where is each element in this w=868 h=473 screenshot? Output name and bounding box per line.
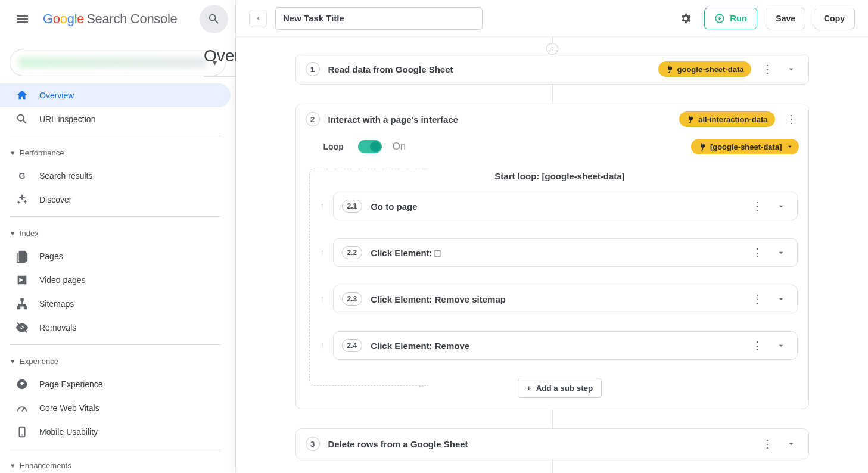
sub-step-card-2-3: ↑ 2.3 Click Element: Remove sitemap ⋮: [333, 285, 798, 313]
search-icon: [207, 13, 220, 26]
star-circle-icon: [15, 378, 29, 391]
output-tag[interactable]: google-sheet-data: [658, 61, 751, 77]
sidebar-item-video-pages[interactable]: Video pages: [0, 268, 231, 292]
sidebar-item-page-experience[interactable]: Page Experience: [0, 372, 231, 396]
step-menu-button[interactable]: ⋮: [760, 61, 775, 77]
back-button[interactable]: [249, 10, 267, 27]
gsc-nav: Overview URL inspection ▾ Performance G …: [0, 83, 235, 473]
expand-sub-step-button[interactable]: [773, 198, 789, 214]
copy-button[interactable]: Copy: [814, 8, 855, 29]
step-title: Read data from Google Sheet: [328, 64, 453, 74]
sidebar-item-label: Video pages: [39, 275, 86, 285]
chevron-down-icon: [776, 294, 786, 304]
step-card-2: 2 Interact with a page's interface all-i…: [295, 104, 809, 409]
plug-icon: [686, 115, 695, 123]
section-experience[interactable]: ▾ Experience: [0, 350, 231, 372]
hamburger-icon: [15, 12, 30, 26]
run-button[interactable]: Run: [704, 8, 757, 29]
step-menu-button[interactable]: ⋮: [760, 436, 775, 452]
property-selector[interactable]: ▾: [10, 49, 226, 76]
loop-toggle[interactable]: [358, 140, 382, 153]
sidebar-item-core-web-vitals[interactable]: Core Web Vitals: [0, 396, 231, 420]
sub-step-card-2-4: ↑ 2.4 Click Element: Remove ⋮: [333, 331, 798, 360]
sidebar-item-mobile-usability[interactable]: Mobile Usability: [0, 420, 231, 444]
search-icon: [15, 113, 29, 126]
gear-icon: [679, 12, 692, 25]
step-number: 3: [306, 437, 320, 451]
sidebar-item-label: Discover: [39, 195, 71, 204]
sub-step-number: 2.1: [342, 200, 363, 213]
hamburger-menu-button[interactable]: [10, 6, 36, 32]
section-enhancements[interactable]: ▾ Enhancements: [0, 454, 231, 473]
sub-step-menu-button[interactable]: ⋮: [749, 291, 765, 307]
sidebar-item-overview[interactable]: Overview: [0, 83, 231, 107]
video-pages-icon: [15, 273, 29, 287]
sidebar-item-label: Core Web Vitals: [39, 403, 99, 413]
move-up-button[interactable]: ↑: [321, 201, 325, 210]
sidebar-item-search-results[interactable]: G Search results: [0, 164, 231, 188]
sidebar-item-sitemaps[interactable]: Sitemaps: [0, 292, 231, 316]
sidebar-item-label: Overview: [39, 91, 74, 100]
chevron-down-icon: [786, 439, 796, 449]
output-tag[interactable]: all-interaction-data: [679, 111, 774, 127]
move-up-button[interactable]: ↑: [321, 294, 325, 303]
sub-step-title: Click Element: Remove: [371, 341, 469, 351]
expand-step-button[interactable]: [783, 61, 799, 77]
sub-step-number: 2.2: [342, 246, 363, 259]
sub-step-menu-button[interactable]: ⋮: [749, 198, 765, 214]
loop-source-dropdown[interactable]: [google-sheet-data]: [691, 139, 799, 154]
expand-sub-step-button[interactable]: [773, 338, 789, 353]
task-title-input[interactable]: [275, 7, 483, 30]
sitemap-icon: [15, 297, 29, 310]
mobile-icon: [15, 425, 29, 438]
sidebar-item-label: URL inspection: [39, 114, 95, 124]
sub-step-title: Click Element: Remove sitemap: [371, 294, 506, 304]
expand-sub-step-button[interactable]: [773, 245, 789, 260]
search-button[interactable]: [200, 5, 228, 33]
plug-icon: [698, 142, 707, 151]
sidebar-item-label: Search results: [39, 171, 92, 181]
gauge-icon: [15, 402, 29, 415]
step-menu-button[interactable]: ⋮: [783, 111, 799, 127]
sidebar-item-label: Removals: [39, 323, 76, 332]
expand-step-button[interactable]: [783, 436, 799, 452]
flow-body[interactable]: + 1 Read data from Google Sheet google-s…: [236, 37, 868, 473]
sidebar-item-discover[interactable]: Discover: [0, 188, 231, 211]
sidebar-item-removals[interactable]: Removals: [0, 316, 231, 340]
sidebar-item-label: Page Experience: [39, 379, 103, 389]
move-up-button[interactable]: ↑: [321, 247, 325, 257]
section-performance[interactable]: ▾ Performance: [0, 141, 231, 164]
expand-sub-step-button[interactable]: [773, 291, 789, 307]
sidebar-item-pages[interactable]: Pages: [0, 244, 231, 268]
flow-header: Run Save Copy: [236, 0, 868, 37]
move-up-button[interactable]: ↑: [321, 340, 325, 350]
settings-button[interactable]: [676, 8, 696, 29]
sub-step-card-2-2: ↑ 2.2 Click Element: ⎕ ⋮: [333, 238, 798, 267]
save-button[interactable]: Save: [766, 8, 805, 29]
section-index[interactable]: ▾ Index: [0, 222, 231, 244]
step-card-1: 1 Read data from Google Sheet google-she…: [295, 54, 809, 85]
chevron-left-icon: [254, 14, 262, 23]
sub-step-title: Click Element: ⎕: [371, 248, 440, 258]
divider: [204, 76, 241, 77]
sub-step-card-2-1: ↑ 2.1 Go to page ⋮: [333, 192, 798, 220]
sub-step-menu-button[interactable]: ⋮: [749, 338, 765, 353]
add-sub-step-button[interactable]: + Add a sub step: [518, 378, 602, 398]
loop-label: Loop: [323, 142, 347, 151]
property-name-blurred: [18, 57, 207, 68]
chevron-down-icon: [776, 248, 786, 257]
arrow-left-icon: ←: [418, 381, 426, 391]
loop-control-row: Loop On [google-sheet-data]: [296, 134, 808, 165]
sidebar-item-url-inspection[interactable]: URL inspection: [0, 107, 231, 131]
sub-step-menu-button[interactable]: ⋮: [749, 245, 765, 260]
sidebar-item-label: Mobile Usability: [39, 427, 98, 437]
chevron-down-icon: [786, 64, 796, 74]
discover-icon: [15, 193, 29, 206]
add-step-button[interactable]: +: [546, 43, 558, 55]
gsc-topbar: Google Search Console: [0, 0, 235, 38]
gsc-sidebar: Google Search Console ▾ Overview URL ins…: [0, 0, 236, 473]
step-title: Delete rows from a Google Sheet: [328, 439, 468, 449]
play-circle-icon: [714, 13, 725, 24]
product-name: Search Console: [86, 11, 177, 27]
step-card-3: 3 Delete rows from a Google Sheet ⋮: [295, 428, 809, 459]
